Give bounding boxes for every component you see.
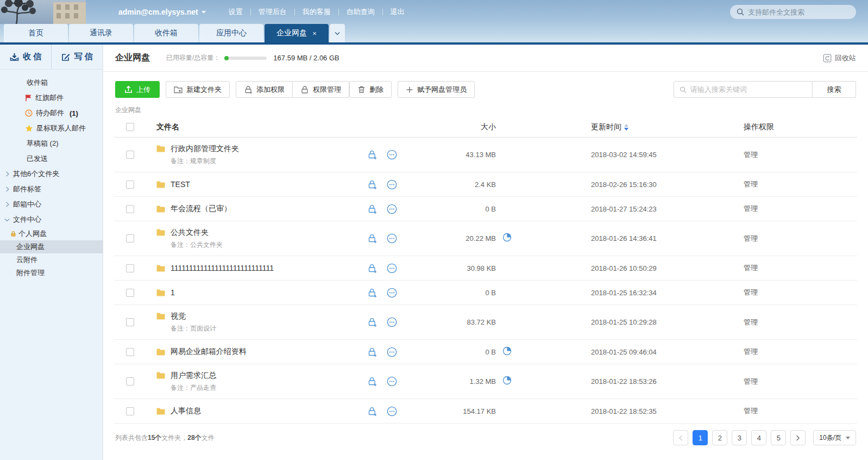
tab-contacts[interactable]: 通讯录 [69, 24, 133, 42]
add-permission-icon[interactable] [367, 179, 377, 190]
sidebar-item-enterprise-drive[interactable]: 企业网盘 [0, 240, 103, 253]
sidebar-item-inbox[interactable]: 收件箱 [0, 75, 103, 90]
add-permission-icon[interactable] [367, 150, 377, 160]
add-permission-button[interactable]: 添加权限 [236, 81, 293, 98]
permission-link[interactable]: 管理 [735, 318, 857, 327]
page-button-5[interactable]: 5 [771, 430, 786, 445]
search-button[interactable]: 搜索 [813, 81, 856, 98]
next-page-button[interactable] [790, 430, 806, 445]
tab-enterprise-drive[interactable]: 企业网盘× [265, 24, 329, 42]
drive-search-box[interactable] [674, 81, 813, 98]
add-permission-icon[interactable] [367, 376, 377, 387]
sidebar-item-sent[interactable]: 已发送 [0, 151, 103, 166]
column-header-size[interactable]: 大小 [414, 122, 496, 132]
more-actions-icon[interactable] [387, 288, 397, 298]
tab-app-center[interactable]: 应用中心 [199, 24, 263, 42]
topbar-link-my-service[interactable]: 我的客服 [295, 7, 338, 17]
page-button-3[interactable]: 3 [732, 430, 747, 445]
add-permission-icon[interactable] [367, 233, 377, 244]
sidebar-item-flagged-mail[interactable]: 红旗邮件 [0, 90, 103, 105]
permission-link[interactable]: 管理 [735, 150, 857, 160]
file-name[interactable]: 网易企业邮箱介绍资料 [171, 347, 247, 357]
delete-button[interactable]: 删除 [349, 81, 392, 98]
sidebar-item-personal-drive[interactable]: 个人网盘 [0, 227, 103, 240]
new-folder-button[interactable]: 新建文件夹 [166, 81, 230, 98]
quota-pie-icon[interactable] [502, 376, 512, 387]
row-checkbox[interactable] [126, 377, 134, 386]
permission-manage-button[interactable]: 权限管理 [293, 81, 349, 98]
row-checkbox[interactable] [126, 151, 134, 159]
add-permission-icon[interactable] [367, 263, 377, 273]
file-name[interactable]: 视觉 [171, 312, 186, 321]
sidebar-item-file-center[interactable]: 文件中心 [0, 212, 103, 227]
permission-link[interactable]: 管理 [735, 234, 857, 244]
row-checkbox[interactable] [126, 348, 134, 356]
add-permission-icon[interactable] [367, 347, 377, 357]
file-name[interactable]: TEST [171, 180, 190, 189]
file-name[interactable]: 1111111111111111111111111111 [171, 264, 274, 272]
recycle-bin-link[interactable]: 回收站 [823, 53, 856, 63]
more-actions-icon[interactable] [387, 376, 397, 387]
prev-page-button[interactable] [673, 430, 688, 445]
tab-inbox[interactable]: 收件箱 [134, 24, 198, 42]
drive-search-input[interactable] [690, 85, 807, 94]
permission-link[interactable]: 管理 [735, 179, 857, 189]
page-button-2[interactable]: 2 [712, 430, 727, 445]
row-checkbox[interactable] [126, 181, 134, 189]
row-checkbox[interactable] [126, 234, 134, 243]
more-actions-icon[interactable] [387, 204, 397, 214]
row-checkbox[interactable] [126, 264, 134, 272]
permission-link[interactable]: 管理 [735, 263, 857, 273]
page-button-4[interactable]: 4 [751, 430, 766, 445]
row-checkbox[interactable] [126, 318, 134, 326]
sidebar-item-mail-center[interactable]: 邮箱中心 [0, 197, 103, 212]
file-name[interactable]: 行政内部管理文件夹 [171, 144, 239, 154]
quota-pie-icon[interactable] [502, 346, 512, 358]
quota-pie-icon[interactable] [502, 233, 512, 244]
close-icon[interactable]: × [312, 30, 317, 37]
more-actions-icon[interactable] [387, 150, 397, 160]
add-permission-icon[interactable] [367, 406, 377, 417]
topbar-link-settings[interactable]: 设置 [221, 7, 250, 17]
permission-link[interactable]: 管理 [735, 377, 857, 387]
tab-list-dropdown[interactable] [330, 24, 345, 42]
grant-admin-button[interactable]: 赋予网盘管理员 [398, 81, 475, 98]
receive-mail-button[interactable]: 收 信 [0, 45, 51, 69]
file-name[interactable]: 年会流程（已审） [171, 204, 231, 214]
add-permission-icon[interactable] [367, 204, 377, 214]
row-checkbox[interactable] [126, 205, 134, 213]
global-search[interactable] [730, 5, 856, 19]
global-search-input[interactable] [748, 8, 850, 16]
sidebar-item-todo-mail[interactable]: 待办邮件(1) [0, 105, 103, 121]
topbar-link-self-query[interactable]: 自助查询 [339, 7, 382, 17]
compose-mail-button[interactable]: 写 信 [51, 45, 103, 69]
more-actions-icon[interactable] [387, 406, 397, 417]
sort-icon[interactable] [624, 124, 628, 130]
row-checkbox[interactable] [126, 407, 134, 415]
permission-link[interactable]: 管理 [735, 347, 857, 357]
page-size-select[interactable]: 10条/页 [813, 430, 856, 445]
more-actions-icon[interactable] [387, 263, 397, 273]
add-permission-icon[interactable] [367, 317, 377, 327]
topbar-link-logout[interactable]: 退出 [383, 7, 412, 17]
sidebar-item-starred-contacts-mail[interactable]: 星标联系人邮件 [0, 121, 103, 136]
column-header-name[interactable]: 文件名 [146, 122, 363, 132]
column-header-updated[interactable]: 更新时间 [591, 122, 735, 132]
sidebar-item-cloud-attachment[interactable]: 云附件 [0, 253, 103, 266]
more-actions-icon[interactable] [387, 233, 397, 244]
upload-button[interactable]: 上传 [115, 81, 160, 98]
file-name[interactable]: 用户需求汇总 [171, 371, 216, 381]
row-checkbox[interactable] [126, 289, 134, 297]
more-actions-icon[interactable] [387, 179, 397, 190]
select-all-checkbox[interactable] [126, 123, 134, 131]
page-button-1[interactable]: 1 [693, 430, 708, 445]
sidebar-item-drafts[interactable]: 草稿箱 (2) [0, 136, 103, 151]
sidebar-item-attachment-manage[interactable]: 附件管理 [0, 266, 103, 279]
file-name[interactable]: 人事信息 [171, 406, 201, 416]
sidebar-item-mail-tags[interactable]: 邮件标签 [0, 182, 103, 197]
file-name[interactable]: 公共文件夹 [171, 228, 209, 238]
file-name[interactable]: 1 [171, 288, 175, 297]
tab-home[interactable]: 首页 [4, 24, 68, 42]
more-actions-icon[interactable] [387, 347, 397, 357]
permission-link[interactable]: 管理 [735, 288, 857, 297]
